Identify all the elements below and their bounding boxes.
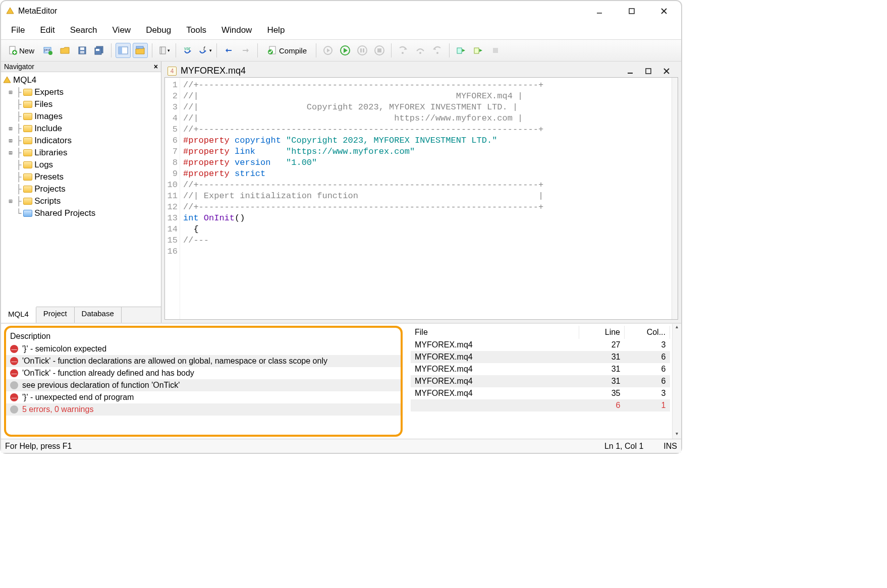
error-file-row[interactable]: MYFOREX.mq4316 bbox=[411, 351, 670, 363]
editor-vscroll[interactable] bbox=[672, 78, 678, 319]
compile-label: Compile bbox=[279, 46, 307, 55]
var-button[interactable]: var bbox=[180, 43, 195, 58]
svg-marker-32 bbox=[247, 48, 249, 52]
code-editor[interactable]: 12345678910111213141516 //+-------------… bbox=[164, 77, 678, 320]
code-area[interactable]: //+-------------------------------------… bbox=[180, 78, 672, 319]
book-button[interactable]: ▾ bbox=[156, 43, 172, 58]
error-row[interactable]: —'OnTick' - function already defined and… bbox=[6, 367, 401, 379]
terminate-button[interactable] bbox=[488, 43, 503, 58]
nav-root[interactable]: MQL4 bbox=[13, 75, 36, 85]
error-file-row[interactable]: MYFOREX.mq4353 bbox=[411, 387, 670, 399]
nav-tab-database[interactable]: Database bbox=[75, 307, 122, 323]
svg-rect-41 bbox=[363, 48, 364, 52]
close-button[interactable] bbox=[655, 4, 673, 19]
error-row[interactable]: —'}' - unexpected end of program bbox=[6, 391, 401, 403]
expand-icon[interactable]: ⊞ bbox=[7, 198, 14, 205]
expand-icon[interactable] bbox=[7, 161, 14, 168]
error-file-row[interactable]: MYFOREX.mq4316 bbox=[411, 363, 670, 375]
editor-maximize-button[interactable] bbox=[645, 68, 652, 75]
navigator-tree[interactable]: MQL4⊞├Experts ├Files ├Images⊞├Include⊞├I… bbox=[1, 72, 161, 307]
nav-item[interactable]: Logs bbox=[34, 160, 53, 170]
expand-icon[interactable]: ⊞ bbox=[7, 137, 14, 144]
nav-item[interactable]: Libraries bbox=[34, 148, 67, 158]
errors-vscroll[interactable]: ▴▾ bbox=[672, 324, 681, 439]
svg-marker-0 bbox=[7, 8, 14, 14]
open-button[interactable] bbox=[58, 43, 73, 58]
nav-item[interactable]: Include bbox=[34, 124, 62, 134]
expand-icon[interactable]: ⊞ bbox=[7, 125, 14, 132]
back-button[interactable] bbox=[221, 43, 236, 58]
stop-button[interactable] bbox=[372, 43, 387, 58]
svg-rect-17 bbox=[95, 48, 101, 54]
error-file-row[interactable]: MYFOREX.mq4273 bbox=[411, 339, 670, 351]
app-icon bbox=[5, 6, 15, 16]
error-row[interactable]: —'}' - semicolon expected bbox=[6, 343, 401, 355]
expand-icon[interactable] bbox=[7, 113, 14, 120]
new-button[interactable]: New bbox=[4, 43, 38, 58]
info-icon bbox=[10, 381, 18, 389]
menu-edit[interactable]: Edit bbox=[34, 23, 61, 37]
error-row[interactable]: see previous declaration of function 'On… bbox=[6, 379, 401, 391]
folder-icon bbox=[23, 198, 32, 205]
forward-button[interactable] bbox=[238, 43, 253, 58]
minimize-button[interactable] bbox=[590, 4, 608, 19]
svg-rect-18 bbox=[96, 49, 99, 51]
menu-file[interactable]: File bbox=[5, 23, 31, 37]
fx-button[interactable]: f▾ bbox=[197, 43, 212, 58]
error-icon: — bbox=[10, 369, 18, 377]
restart-button[interactable] bbox=[320, 43, 336, 58]
menu-window[interactable]: Window bbox=[215, 23, 258, 37]
nav-item[interactable]: Scripts bbox=[34, 196, 61, 206]
svg-point-46 bbox=[419, 52, 421, 54]
nav-tab-project[interactable]: Project bbox=[36, 307, 75, 323]
menu-debug[interactable]: Debug bbox=[140, 23, 177, 37]
project-button[interactable]: proj bbox=[40, 43, 56, 58]
menu-bar: FileEditSearchViewDebugToolsWindowHelp bbox=[1, 21, 681, 39]
nav-item[interactable]: Presets bbox=[34, 172, 64, 182]
menu-help[interactable]: Help bbox=[261, 23, 291, 37]
svg-rect-20 bbox=[119, 47, 122, 54]
folder-icon bbox=[23, 186, 32, 193]
svg-marker-38 bbox=[344, 48, 348, 53]
save-button[interactable] bbox=[75, 43, 90, 58]
error-row[interactable]: —'OnTick' - function declarations are al… bbox=[6, 355, 401, 367]
nav-item[interactable]: Experts bbox=[34, 87, 64, 97]
compile-button[interactable]: Compile bbox=[262, 43, 312, 58]
svg-rect-49 bbox=[457, 48, 462, 53]
expand-icon[interactable]: ⊞ bbox=[7, 149, 14, 156]
pause-button[interactable] bbox=[355, 43, 370, 58]
svg-rect-56 bbox=[646, 69, 651, 74]
errors-table[interactable]: FileLineCol...MYFOREX.mq4273MYFOREX.mq43… bbox=[411, 326, 670, 411]
step-out-button[interactable] bbox=[430, 43, 445, 58]
nav-tab-mql4[interactable]: MQL4 bbox=[1, 307, 36, 323]
toggle-navigator-button[interactable] bbox=[116, 43, 131, 58]
toggle-toolbox-button[interactable] bbox=[133, 43, 148, 58]
expand-icon[interactable]: ⊞ bbox=[7, 89, 14, 96]
nav-item[interactable]: Files bbox=[34, 99, 52, 109]
nav-item[interactable]: Shared Projects bbox=[34, 208, 95, 218]
expand-icon[interactable] bbox=[7, 173, 14, 181]
menu-tools[interactable]: Tools bbox=[180, 23, 212, 37]
expand-icon[interactable] bbox=[7, 210, 14, 217]
debug-history-button[interactable] bbox=[454, 43, 469, 58]
expand-icon[interactable] bbox=[7, 186, 14, 193]
nav-item[interactable]: Projects bbox=[34, 184, 65, 194]
nav-item[interactable]: Images bbox=[34, 111, 63, 122]
svg-rect-23 bbox=[160, 47, 165, 54]
run-button[interactable] bbox=[338, 43, 353, 58]
step-into-button[interactable] bbox=[396, 43, 411, 58]
menu-search[interactable]: Search bbox=[64, 23, 103, 37]
expand-icon[interactable] bbox=[7, 101, 14, 108]
nav-item[interactable]: Indicators bbox=[34, 136, 72, 146]
error-file-row[interactable]: MYFOREX.mq4316 bbox=[411, 375, 670, 387]
navigator-tabs: MQL4ProjectDatabase bbox=[1, 307, 161, 323]
editor-minimize-button[interactable] bbox=[627, 68, 634, 75]
step-over-button[interactable] bbox=[413, 43, 428, 58]
maximize-button[interactable] bbox=[623, 4, 641, 19]
save-all-button[interactable] bbox=[92, 43, 107, 58]
debug-real-button[interactable] bbox=[471, 43, 486, 58]
navigator-close-button[interactable]: × bbox=[154, 63, 158, 71]
svg-rect-43 bbox=[377, 48, 381, 52]
editor-close-button[interactable] bbox=[663, 68, 670, 75]
menu-view[interactable]: View bbox=[106, 23, 137, 37]
